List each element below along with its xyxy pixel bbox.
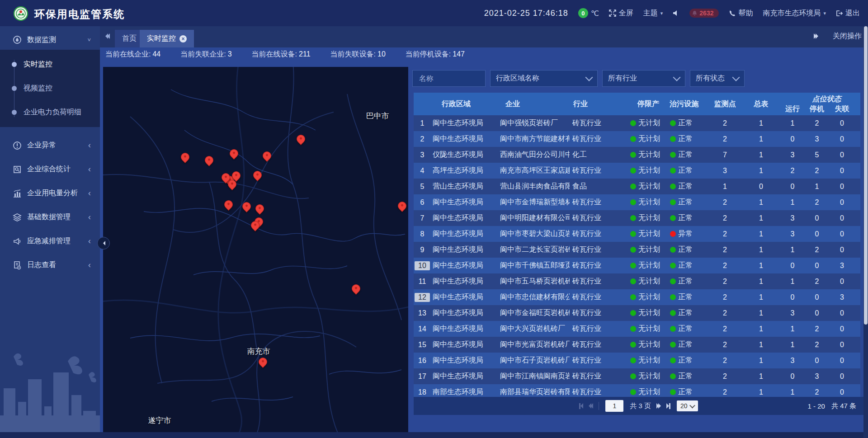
name-search-input-box[interactable]	[412, 70, 486, 87]
page-size-select[interactable]: 20	[677, 400, 698, 411]
app-root: 环保用电监管系统 2021-02-25 17:46:18 0 ℃ 全屏 主题 ▾	[0, 0, 868, 438]
chevron-left-icon: ‹	[88, 260, 91, 270]
table-row[interactable]: 12阆中生态环境局阆中市忠信建材有限公砖瓦行业无计划正常21003	[414, 289, 860, 305]
table-row[interactable]: 16阆中生态环境局阆中市石子页岩机砖厂砖瓦行业无计划正常21300	[414, 353, 860, 368]
cell-lost: 0	[829, 210, 855, 226]
page-number-input[interactable]	[605, 400, 623, 412]
cell-meter: 1	[742, 321, 780, 337]
cell-company: 阆中市忠信建材有限公	[496, 289, 570, 305]
row-index: 5	[414, 179, 431, 194]
status-dot-green-icon	[630, 199, 636, 205]
notification-badge[interactable]: 2632	[689, 9, 719, 18]
cell-region: 阆中生态环境局	[431, 115, 496, 131]
help-button[interactable]: 帮助	[729, 9, 753, 18]
map-collapse-button[interactable]	[97, 237, 110, 250]
tabs-scroll-left-icon[interactable]	[105, 33, 109, 39]
sidebar-item-3[interactable]: 企业综合统计‹	[0, 157, 100, 181]
table-row[interactable]: 5营山生态环境局营山县润丰肉食品有限食品无计划正常10010	[414, 179, 860, 194]
first-page-button[interactable]	[579, 403, 582, 409]
region-select[interactable]: 行政区域名称	[490, 70, 598, 87]
table-row[interactable]: 15阆中生态环境局阆中市光富页岩机砖厂砖瓦行业无计划正常21120	[414, 337, 860, 353]
plan-text: 无计划	[638, 118, 660, 128]
name-search-input[interactable]	[418, 74, 480, 83]
col-industry: 行业	[570, 93, 628, 115]
facility-text: 正常	[678, 261, 693, 270]
prev-page-button[interactable]	[589, 403, 592, 409]
cell-lost: 0	[829, 179, 855, 194]
table-row[interactable]: 4高坪生态环境局南充市高坪区王家店建砖瓦行业无计划正常31220	[414, 163, 860, 179]
table-row[interactable]: 11阆中生态环境局阆中市五马桥页岩机砖砖瓦行业无计划正常21120	[414, 273, 860, 289]
sidebar-subitem-实时监控[interactable]: 实时监控	[0, 52, 100, 76]
sidebar-item-4[interactable]: 企业用电量分析‹	[0, 181, 100, 205]
close-operations-button[interactable]: 关闭操作	[833, 32, 862, 41]
table-row[interactable]: 1阆中生态环境局阆中强锐页岩砖厂砖瓦行业无计划正常21120	[414, 115, 860, 131]
chart-icon	[13, 189, 22, 198]
table-row[interactable]: 14阆中生态环境局阆中大兴页岩机砖厂砖瓦行业无计划正常21120	[414, 321, 860, 337]
top-bar: 环保用电监管系统 2021-02-25 17:46:18 0 ℃ 全屏 主题 ▾	[0, 0, 868, 26]
cell-industry: 砖瓦行业	[570, 289, 628, 305]
table-row[interactable]: 7阆中生态环境局阆中明阳建材有限公司砖瓦行业无计划正常21300	[414, 210, 860, 226]
cell-industry: 砖瓦行业	[570, 194, 628, 210]
status-dot-green-icon	[670, 373, 676, 379]
organization-dropdown[interactable]: 南充市生态环境局 ▾	[763, 9, 826, 18]
table-row[interactable]: 9阆中生态环境局阆中市二龙长宝页岩砖砖瓦行业无计划正常21120	[414, 242, 860, 258]
cell-industry: 砖瓦行业	[570, 131, 628, 147]
industry-select[interactable]: 所有行业	[602, 70, 685, 87]
cell-company: 营山县润丰肉食品有限	[496, 179, 570, 194]
table-row[interactable]: 17阆中生态环境局阆中市江南镇阆南页岩砖瓦行业无计划正常21030	[414, 368, 860, 384]
cell-stop: 2	[805, 337, 829, 353]
horn-icon	[13, 237, 22, 246]
sidebar-item-5[interactable]: 基础数据管理‹	[0, 205, 100, 229]
tab-realtime-monitoring[interactable]: 实时监控 ×	[140, 30, 194, 47]
cell-lost: 3	[829, 289, 855, 305]
stat-value: 211	[299, 50, 311, 58]
next-page-button[interactable]	[657, 403, 661, 409]
sidebar-item-2[interactable]: 企业异常‹	[0, 133, 100, 157]
table-row[interactable]: 13阆中生态环境局阆中市金福旺页岩机砖砖瓦行业无计划正常21300	[414, 305, 860, 321]
cell-points: 2	[708, 194, 742, 210]
last-page-button[interactable]	[667, 403, 670, 409]
facility-text: 正常	[678, 324, 693, 334]
sound-toggle[interactable]	[673, 10, 679, 16]
status-dot-green-icon	[670, 168, 676, 174]
col-points: 监测点	[708, 93, 742, 115]
table-row[interactable]: 10阆中生态环境局阆中市千佛镇五郎垭页岩砖瓦行业无计划正常21003	[414, 258, 860, 273]
logout-button[interactable]: 退出	[836, 9, 860, 18]
row-index: 1	[414, 115, 431, 131]
table-row[interactable]: 6阆中生态环境局阆中市金博瑞新型墙材砖瓦行业无计划正常21120	[414, 194, 860, 210]
sidebar-item-6[interactable]: 应急减排管理‹	[0, 229, 100, 253]
cell-meter: 1	[742, 242, 780, 258]
tabs-scroll-right-icon[interactable]	[815, 33, 818, 39]
cell-plan: 无计划	[628, 179, 668, 194]
sidebar-subitem-企业电力负荷明细[interactable]: 企业电力负荷明细	[0, 100, 100, 124]
sidebar-item-1[interactable]: 数据监测˅	[0, 30, 100, 50]
sidebar-subitem-视频监控[interactable]: 视频监控	[0, 76, 100, 100]
cell-run: 3	[780, 210, 805, 226]
status-select[interactable]: 所有状态	[690, 70, 745, 87]
cell-plan: 无计划	[628, 210, 668, 226]
status-dot-green-icon	[630, 389, 636, 395]
cell-facility: 正常	[668, 210, 708, 226]
fullscreen-button[interactable]: 全屏	[609, 9, 633, 18]
cell-stop: 0	[805, 289, 829, 305]
facility-text: 正常	[678, 245, 693, 254]
table-row[interactable]: 8阆中生态环境局阆中市枣碧大梁山页岩砖瓦行业无计划异常21300	[414, 226, 860, 242]
cell-points: 7	[708, 147, 742, 163]
status-dot-green-icon	[670, 152, 676, 158]
close-tab-icon[interactable]: ×	[179, 35, 187, 42]
map-panel[interactable]: 巴中市南充市遂宁市	[103, 67, 408, 433]
cell-run: 0	[780, 368, 805, 384]
theme-dropdown[interactable]: 主题 ▾	[643, 9, 663, 18]
table-row[interactable]: 3仪陇生态环境局西南油气田分公司川中化工无计划正常71350	[414, 147, 860, 163]
stat-label: 当前停机设备:	[406, 50, 451, 58]
cell-region: 阆中生态环境局	[431, 321, 496, 337]
plan-text: 无计划	[638, 198, 660, 207]
cell-industry: 砖瓦行业	[570, 115, 628, 131]
cell-run: 3	[780, 353, 805, 368]
status-dot-green-icon	[670, 136, 676, 142]
sidebar-item-7[interactable]: 日志查看‹	[0, 253, 100, 277]
cell-plan: 无计划	[628, 194, 668, 210]
page-scrollbar[interactable]	[863, 26, 868, 438]
cell-points: 2	[708, 258, 742, 273]
table-row[interactable]: 2阆中生态环境局阆中市南方节能建材有砖瓦行业无计划正常21030	[414, 131, 860, 147]
